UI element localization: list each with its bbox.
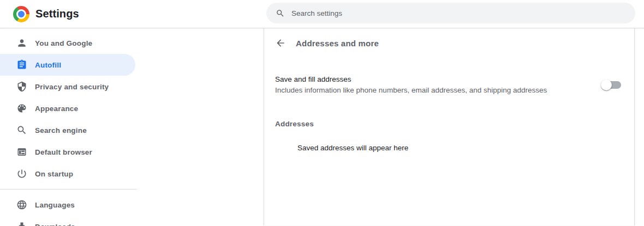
save-and-fill-toggle[interactable]	[601, 80, 621, 90]
save-and-fill-description: Includes information like phone numbers,…	[275, 85, 601, 96]
page-title: Settings	[35, 8, 79, 20]
sidebar-item-label: Appearance	[35, 105, 78, 113]
sidebar-item-label: Languages	[35, 201, 75, 209]
back-arrow-icon[interactable]	[275, 38, 286, 48]
sidebar-item-languages[interactable]: Languages	[0, 194, 137, 216]
addresses-section-heading: Addresses	[264, 120, 634, 128]
settings-sidebar: You and Google Autofill Privacy and secu…	[0, 28, 137, 225]
globe-icon	[16, 199, 27, 210]
save-and-fill-text: Save and fill addresses Includes informa…	[275, 74, 601, 96]
sidebar-item-appearance[interactable]: Appearance	[0, 97, 137, 119]
sidebar-item-label: Autofill	[35, 61, 61, 69]
palette-icon	[16, 103, 27, 114]
sidebar-item-search-engine[interactable]: Search engine	[0, 119, 137, 141]
sidebar-item-on-startup[interactable]: On startup	[0, 163, 137, 185]
power-icon	[16, 168, 27, 179]
subpage-title: Addresses and more	[296, 39, 379, 48]
search-input[interactable]	[291, 9, 627, 17]
sidebar-item-downloads[interactable]: Downloads	[0, 216, 137, 226]
sidebar-item-you-and-google[interactable]: You and Google	[0, 32, 137, 54]
sidebar-item-autofill[interactable]: Autofill	[0, 54, 135, 76]
toggle-knob	[601, 80, 612, 90]
download-icon	[16, 221, 27, 226]
search-icon	[16, 125, 27, 136]
browser-window-icon	[16, 146, 27, 157]
search-bar[interactable]	[266, 3, 635, 23]
save-and-fill-addresses-row[interactable]: Save and fill addresses Includes informa…	[264, 74, 634, 96]
addresses-empty-message: Saved addresses will appear here	[264, 144, 634, 152]
sidebar-item-label: Default browser	[35, 148, 92, 156]
sidebar-item-privacy-and-security[interactable]: Privacy and security	[0, 76, 137, 97]
save-and-fill-label: Save and fill addresses	[275, 74, 601, 85]
sidebar-item-label: You and Google	[35, 39, 92, 47]
clipboard-icon	[16, 59, 27, 70]
sidebar-item-default-browser[interactable]: Default browser	[0, 141, 137, 163]
sidebar-item-label: Search engine	[35, 126, 87, 135]
sidebar-item-label: Privacy and security	[35, 83, 109, 91]
person-icon	[16, 38, 27, 48]
toolbar: Settings	[0, 0, 644, 28]
sidebar-divider	[0, 189, 137, 190]
settings-card: Addresses and more Save and fill address…	[264, 28, 635, 225]
subpage-header: Addresses and more	[264, 33, 634, 53]
shield-icon	[16, 81, 27, 92]
settings-page: You and Google Autofill Privacy and secu…	[0, 28, 644, 225]
sidebar-item-label: On startup	[35, 170, 73, 178]
sidebar-item-label: Downloads	[35, 223, 75, 226]
search-icon	[276, 9, 285, 18]
chrome-logo	[13, 6, 29, 22]
